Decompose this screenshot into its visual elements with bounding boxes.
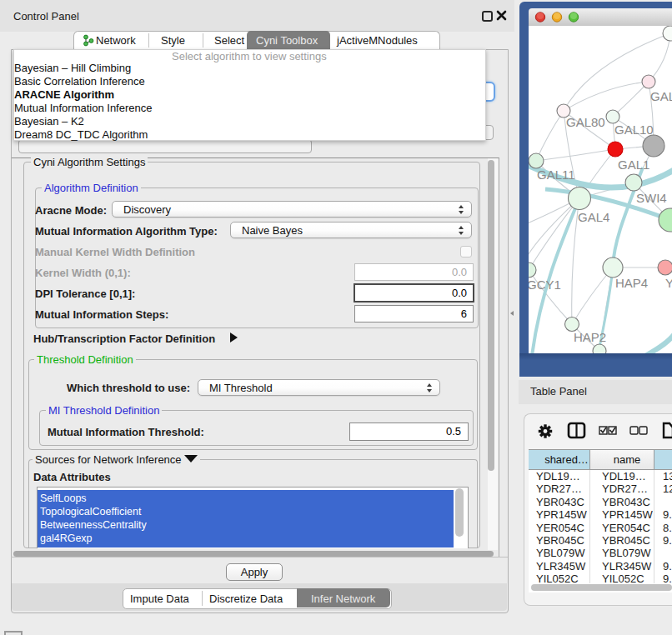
- svg-text:GAL1: GAL1: [618, 158, 649, 172]
- svg-text:HAP2: HAP2: [574, 330, 606, 344]
- svg-text:GAL4: GAL4: [578, 210, 609, 224]
- svg-text:GAL: GAL: [650, 89, 672, 103]
- svg-text:GAL80: GAL80: [566, 115, 605, 129]
- svg-text:GAL10: GAL10: [614, 122, 654, 137]
- svg-text:Y: Y: [665, 276, 672, 290]
- svg-text:GAL11: GAL11: [537, 168, 575, 182]
- svg-text:HAP4: HAP4: [615, 276, 648, 290]
- svg-text:SWI4: SWI4: [636, 191, 667, 205]
- svg-text:GCY1: GCY1: [529, 278, 561, 292]
